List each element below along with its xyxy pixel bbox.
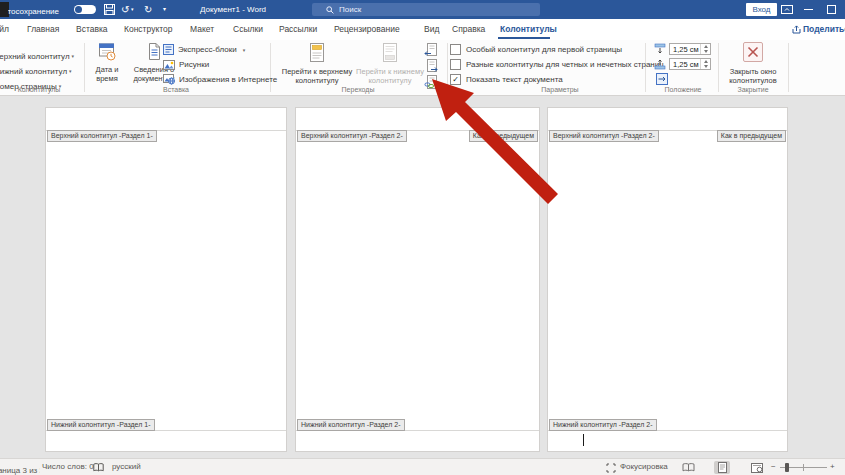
link-to-previous-icon[interactable] bbox=[424, 75, 438, 89]
print-layout-icon bbox=[718, 462, 727, 473]
sign-in-button[interactable]: Вход bbox=[746, 3, 777, 16]
web-layout-button[interactable] bbox=[749, 461, 765, 474]
ribbon-tab-row: Файл Главная Вставка Конструктор Макет С… bbox=[0, 19, 845, 40]
header-tag: Верхний колонтитул -Раздел 2- bbox=[549, 130, 659, 142]
footer-from-bottom-field[interactable]: 1,25 см bbox=[654, 58, 711, 70]
autosave-toggle[interactable] bbox=[74, 5, 96, 14]
insert-alignment-tab-icon[interactable] bbox=[656, 73, 668, 85]
print-layout-button[interactable] bbox=[714, 461, 730, 474]
word-count[interactable]: Число слов: 0 bbox=[42, 459, 94, 475]
undo-icon[interactable]: ↺ bbox=[121, 0, 129, 19]
autosave-label-clip: Автосохранение bbox=[8, 0, 72, 19]
text-cursor bbox=[583, 434, 584, 446]
chevron-down-icon: ▾ bbox=[241, 47, 246, 53]
save-icon[interactable] bbox=[104, 4, 115, 15]
footer-tag: Нижний колонтитул -Раздел 2- bbox=[549, 419, 657, 431]
same-as-previous-tag: Как в предыдущем bbox=[469, 130, 538, 142]
tab-help[interactable]: Справка bbox=[452, 19, 485, 40]
chevron-down-icon: ▾ bbox=[70, 53, 75, 59]
quick-parts-button[interactable]: Экспресс-блоки▾ bbox=[163, 44, 245, 55]
chevron-down-icon: ▾ bbox=[67, 68, 72, 74]
focus-mode-button[interactable]: Фокусировка bbox=[620, 459, 668, 475]
online-pictures-icon bbox=[163, 74, 175, 85]
active-tab-underline bbox=[498, 37, 550, 39]
different-odd-even-checkbox[interactable]: Разные колонтитулы для четных и нечетных… bbox=[450, 59, 664, 70]
different-first-page-checkbox[interactable]: Особый колонтитул для первой страницы bbox=[450, 44, 622, 55]
show-document-text-checkbox[interactable]: ✓ Показать текст документа bbox=[450, 74, 563, 85]
header-from-top-field[interactable]: 1,25 см bbox=[654, 43, 711, 55]
toggle-knob bbox=[75, 6, 82, 13]
undo-chevron-icon[interactable]: ▾ bbox=[131, 0, 134, 19]
quick-parts-icon bbox=[163, 44, 174, 55]
page-info: Страница 3 из 3 bbox=[0, 463, 40, 475]
read-mode-icon bbox=[682, 463, 695, 472]
tab-home[interactable]: Главная bbox=[27, 19, 59, 40]
zoom-slider-thumb[interactable] bbox=[785, 463, 789, 472]
ribbon: Верхний колонтитул▾ Нижний колонтитул▾ Н… bbox=[0, 40, 845, 96]
zoom-out-button[interactable]: − bbox=[771, 459, 776, 475]
tab-layout[interactable]: Макет bbox=[190, 19, 214, 40]
page-3[interactable]: Верхний колонтитул -Раздел 2- Как в пред… bbox=[547, 107, 788, 452]
close-red-x-icon bbox=[741, 42, 765, 63]
tab-mailings[interactable]: Рассылки bbox=[279, 19, 317, 40]
same-as-previous-tag: Как в предыдущем bbox=[717, 130, 786, 142]
zoom-in-button[interactable]: + bbox=[830, 459, 835, 475]
next-section-icon[interactable] bbox=[424, 59, 438, 72]
search-input[interactable]: Поиск bbox=[312, 3, 540, 16]
group-label-options: Параметры bbox=[525, 86, 595, 93]
go-to-footer-button[interactable]: Перейти к нижнему колонтитулу bbox=[353, 42, 427, 85]
stepper-buttons[interactable] bbox=[700, 44, 710, 54]
restore-window-icon[interactable] bbox=[827, 5, 836, 14]
page-info-clip[interactable]: Страница 3 из 3 bbox=[0, 459, 40, 475]
tab-review[interactable]: Рецензирование bbox=[334, 19, 400, 40]
date-time-button[interactable]: Дата и время bbox=[86, 42, 128, 83]
go-to-header-button[interactable]: Перейти к верхнему колонтитулу bbox=[280, 42, 354, 85]
footer-position-icon bbox=[654, 58, 666, 70]
tab-file[interactable]: Файл bbox=[0, 19, 9, 40]
group-label-position: Положение bbox=[653, 86, 713, 93]
group-label-close: Закрытие bbox=[723, 86, 783, 93]
header-tag: Верхний колонтитул -Раздел 2- bbox=[297, 130, 407, 142]
group-label-insert: Вставка bbox=[146, 86, 206, 93]
redo-icon[interactable]: ↻ bbox=[144, 0, 152, 19]
tab-references[interactable]: Ссылки bbox=[233, 19, 263, 40]
page-1[interactable]: Верхний колонтитул -Раздел 1- Нижний кол… bbox=[45, 107, 287, 452]
search-icon bbox=[326, 6, 334, 14]
status-bar: Страница 3 из 3 Число слов: 0 русский Фо… bbox=[0, 458, 845, 475]
pictures-icon bbox=[163, 60, 175, 70]
date-time-icon bbox=[98, 42, 116, 61]
document-area: Верхний колонтитул -Раздел 1- Нижний кол… bbox=[0, 96, 845, 458]
footer-tag: Нижний колонтитул -Раздел 2- bbox=[297, 419, 405, 431]
quick-access-more-icon[interactable]: ▾ bbox=[163, 0, 166, 19]
window-title: Документ1 - Word bbox=[200, 0, 266, 19]
minimize-icon[interactable] bbox=[804, 9, 813, 10]
page-2[interactable]: Верхний колонтитул -Раздел 2- Как в пред… bbox=[295, 107, 540, 452]
tab-view[interactable]: Вид bbox=[424, 19, 439, 40]
close-header-footer-button[interactable]: Закрыть окно колонтитулов bbox=[721, 42, 785, 85]
header-position-icon bbox=[654, 43, 666, 55]
group-label-header-footer: Колонтитулы bbox=[10, 86, 68, 93]
online-pictures-button[interactable]: Изображения в Интернете bbox=[163, 74, 277, 85]
share-button[interactable]: Поделиться bbox=[791, 19, 845, 40]
group-label-navigation: Переходы bbox=[328, 86, 388, 93]
pictures-button[interactable]: Рисунки bbox=[163, 59, 209, 70]
checkbox-checked: ✓ bbox=[450, 74, 461, 85]
footer-tag: Нижний колонтитул -Раздел 1- bbox=[47, 419, 155, 431]
tab-insert[interactable]: Вставка bbox=[76, 19, 108, 40]
proofing-book-icon[interactable] bbox=[93, 463, 104, 472]
search-placeholder: Поиск bbox=[339, 5, 361, 14]
checkbox-unchecked bbox=[450, 59, 461, 70]
go-to-footer-icon bbox=[379, 42, 401, 63]
word-window: Автосохранение ↺ ▾ ↻ ▾ Документ1 - Word … bbox=[0, 0, 845, 475]
ribbon-display-options-icon[interactable] bbox=[781, 5, 793, 14]
stepper-buttons[interactable] bbox=[700, 59, 710, 69]
share-label: Поделиться bbox=[803, 19, 845, 40]
language[interactable]: русский bbox=[112, 459, 141, 475]
document-info-icon bbox=[146, 42, 162, 61]
read-mode-button[interactable] bbox=[680, 461, 696, 474]
title-bar: Автосохранение ↺ ▾ ↻ ▾ Документ1 - Word … bbox=[0, 0, 845, 19]
header-tag: Верхний колонтитул -Раздел 1- bbox=[47, 130, 157, 142]
previous-section-icon[interactable] bbox=[424, 43, 438, 56]
tab-design[interactable]: Конструктор bbox=[124, 19, 172, 40]
focus-mode-icon bbox=[606, 463, 616, 473]
